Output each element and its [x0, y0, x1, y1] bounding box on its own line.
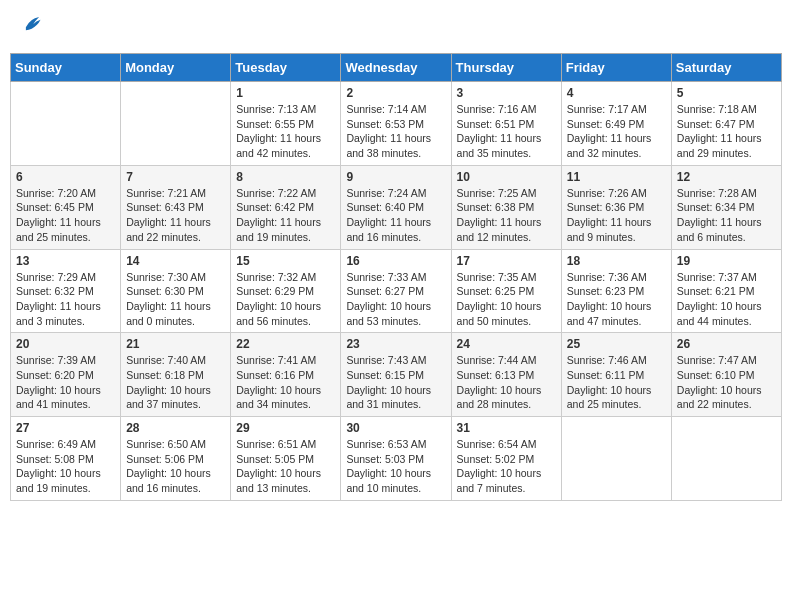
cell-info: Sunrise: 7:14 AMSunset: 6:53 PMDaylight:… — [346, 102, 445, 161]
calendar-cell: 19Sunrise: 7:37 AMSunset: 6:21 PMDayligh… — [671, 249, 781, 333]
calendar-cell: 27Sunrise: 6:49 AMSunset: 5:08 PMDayligh… — [11, 417, 121, 501]
calendar-cell — [121, 82, 231, 166]
cell-info: Sunrise: 7:18 AMSunset: 6:47 PMDaylight:… — [677, 102, 776, 161]
day-number: 1 — [236, 86, 335, 100]
cell-info: Sunrise: 6:51 AMSunset: 5:05 PMDaylight:… — [236, 437, 335, 496]
calendar-cell: 17Sunrise: 7:35 AMSunset: 6:25 PMDayligh… — [451, 249, 561, 333]
calendar-week-row: 6Sunrise: 7:20 AMSunset: 6:45 PMDaylight… — [11, 165, 782, 249]
day-number: 31 — [457, 421, 556, 435]
calendar-cell: 12Sunrise: 7:28 AMSunset: 6:34 PMDayligh… — [671, 165, 781, 249]
day-number: 30 — [346, 421, 445, 435]
calendar-cell: 5Sunrise: 7:18 AMSunset: 6:47 PMDaylight… — [671, 82, 781, 166]
logo — [18, 14, 42, 41]
calendar-week-row: 20Sunrise: 7:39 AMSunset: 6:20 PMDayligh… — [11, 333, 782, 417]
cell-info: Sunrise: 7:33 AMSunset: 6:27 PMDaylight:… — [346, 270, 445, 329]
cell-info: Sunrise: 7:37 AMSunset: 6:21 PMDaylight:… — [677, 270, 776, 329]
calendar-cell: 24Sunrise: 7:44 AMSunset: 6:13 PMDayligh… — [451, 333, 561, 417]
day-number: 22 — [236, 337, 335, 351]
day-number: 8 — [236, 170, 335, 184]
day-number: 3 — [457, 86, 556, 100]
calendar-cell: 6Sunrise: 7:20 AMSunset: 6:45 PMDaylight… — [11, 165, 121, 249]
weekday-header: Monday — [121, 54, 231, 82]
day-number: 16 — [346, 254, 445, 268]
calendar-cell: 3Sunrise: 7:16 AMSunset: 6:51 PMDaylight… — [451, 82, 561, 166]
cell-info: Sunrise: 7:25 AMSunset: 6:38 PMDaylight:… — [457, 186, 556, 245]
calendar-cell: 13Sunrise: 7:29 AMSunset: 6:32 PMDayligh… — [11, 249, 121, 333]
cell-info: Sunrise: 7:41 AMSunset: 6:16 PMDaylight:… — [236, 353, 335, 412]
calendar-week-row: 13Sunrise: 7:29 AMSunset: 6:32 PMDayligh… — [11, 249, 782, 333]
day-number: 26 — [677, 337, 776, 351]
cell-info: Sunrise: 7:43 AMSunset: 6:15 PMDaylight:… — [346, 353, 445, 412]
cell-info: Sunrise: 7:26 AMSunset: 6:36 PMDaylight:… — [567, 186, 666, 245]
day-number: 12 — [677, 170, 776, 184]
day-number: 17 — [457, 254, 556, 268]
page-header — [10, 10, 782, 45]
calendar-cell: 9Sunrise: 7:24 AMSunset: 6:40 PMDaylight… — [341, 165, 451, 249]
day-number: 11 — [567, 170, 666, 184]
cell-info: Sunrise: 7:20 AMSunset: 6:45 PMDaylight:… — [16, 186, 115, 245]
cell-info: Sunrise: 7:39 AMSunset: 6:20 PMDaylight:… — [16, 353, 115, 412]
calendar-week-row: 1Sunrise: 7:13 AMSunset: 6:55 PMDaylight… — [11, 82, 782, 166]
cell-info: Sunrise: 6:54 AMSunset: 5:02 PMDaylight:… — [457, 437, 556, 496]
calendar-cell: 15Sunrise: 7:32 AMSunset: 6:29 PMDayligh… — [231, 249, 341, 333]
day-number: 10 — [457, 170, 556, 184]
day-number: 6 — [16, 170, 115, 184]
cell-info: Sunrise: 7:16 AMSunset: 6:51 PMDaylight:… — [457, 102, 556, 161]
calendar-cell: 7Sunrise: 7:21 AMSunset: 6:43 PMDaylight… — [121, 165, 231, 249]
calendar-cell: 29Sunrise: 6:51 AMSunset: 5:05 PMDayligh… — [231, 417, 341, 501]
cell-info: Sunrise: 7:32 AMSunset: 6:29 PMDaylight:… — [236, 270, 335, 329]
calendar-cell: 11Sunrise: 7:26 AMSunset: 6:36 PMDayligh… — [561, 165, 671, 249]
cell-info: Sunrise: 7:40 AMSunset: 6:18 PMDaylight:… — [126, 353, 225, 412]
day-number: 2 — [346, 86, 445, 100]
calendar-cell: 10Sunrise: 7:25 AMSunset: 6:38 PMDayligh… — [451, 165, 561, 249]
cell-info: Sunrise: 7:29 AMSunset: 6:32 PMDaylight:… — [16, 270, 115, 329]
weekday-header: Thursday — [451, 54, 561, 82]
weekday-header: Sunday — [11, 54, 121, 82]
day-number: 19 — [677, 254, 776, 268]
day-number: 28 — [126, 421, 225, 435]
calendar-cell: 22Sunrise: 7:41 AMSunset: 6:16 PMDayligh… — [231, 333, 341, 417]
cell-info: Sunrise: 7:46 AMSunset: 6:11 PMDaylight:… — [567, 353, 666, 412]
day-number: 5 — [677, 86, 776, 100]
cell-info: Sunrise: 7:30 AMSunset: 6:30 PMDaylight:… — [126, 270, 225, 329]
weekday-header: Wednesday — [341, 54, 451, 82]
calendar-cell: 1Sunrise: 7:13 AMSunset: 6:55 PMDaylight… — [231, 82, 341, 166]
calendar-cell: 25Sunrise: 7:46 AMSunset: 6:11 PMDayligh… — [561, 333, 671, 417]
weekday-header: Friday — [561, 54, 671, 82]
calendar-cell — [11, 82, 121, 166]
cell-info: Sunrise: 7:36 AMSunset: 6:23 PMDaylight:… — [567, 270, 666, 329]
day-number: 14 — [126, 254, 225, 268]
cell-info: Sunrise: 7:22 AMSunset: 6:42 PMDaylight:… — [236, 186, 335, 245]
calendar-cell: 4Sunrise: 7:17 AMSunset: 6:49 PMDaylight… — [561, 82, 671, 166]
day-number: 21 — [126, 337, 225, 351]
calendar-cell: 21Sunrise: 7:40 AMSunset: 6:18 PMDayligh… — [121, 333, 231, 417]
cell-info: Sunrise: 6:50 AMSunset: 5:06 PMDaylight:… — [126, 437, 225, 496]
calendar-cell — [561, 417, 671, 501]
calendar-cell: 26Sunrise: 7:47 AMSunset: 6:10 PMDayligh… — [671, 333, 781, 417]
day-number: 13 — [16, 254, 115, 268]
day-number: 25 — [567, 337, 666, 351]
calendar-cell: 31Sunrise: 6:54 AMSunset: 5:02 PMDayligh… — [451, 417, 561, 501]
calendar-cell: 14Sunrise: 7:30 AMSunset: 6:30 PMDayligh… — [121, 249, 231, 333]
cell-info: Sunrise: 7:35 AMSunset: 6:25 PMDaylight:… — [457, 270, 556, 329]
day-number: 9 — [346, 170, 445, 184]
day-number: 18 — [567, 254, 666, 268]
calendar-cell: 2Sunrise: 7:14 AMSunset: 6:53 PMDaylight… — [341, 82, 451, 166]
calendar-table: SundayMondayTuesdayWednesdayThursdayFrid… — [10, 53, 782, 501]
calendar-cell: 20Sunrise: 7:39 AMSunset: 6:20 PMDayligh… — [11, 333, 121, 417]
calendar-cell: 8Sunrise: 7:22 AMSunset: 6:42 PMDaylight… — [231, 165, 341, 249]
calendar-cell: 28Sunrise: 6:50 AMSunset: 5:06 PMDayligh… — [121, 417, 231, 501]
cell-info: Sunrise: 6:53 AMSunset: 5:03 PMDaylight:… — [346, 437, 445, 496]
logo-bird-icon — [20, 14, 42, 36]
calendar-cell: 30Sunrise: 6:53 AMSunset: 5:03 PMDayligh… — [341, 417, 451, 501]
cell-info: Sunrise: 7:21 AMSunset: 6:43 PMDaylight:… — [126, 186, 225, 245]
cell-info: Sunrise: 7:47 AMSunset: 6:10 PMDaylight:… — [677, 353, 776, 412]
calendar-cell: 18Sunrise: 7:36 AMSunset: 6:23 PMDayligh… — [561, 249, 671, 333]
calendar-cell: 23Sunrise: 7:43 AMSunset: 6:15 PMDayligh… — [341, 333, 451, 417]
cell-info: Sunrise: 7:28 AMSunset: 6:34 PMDaylight:… — [677, 186, 776, 245]
cell-info: Sunrise: 7:17 AMSunset: 6:49 PMDaylight:… — [567, 102, 666, 161]
calendar-cell: 16Sunrise: 7:33 AMSunset: 6:27 PMDayligh… — [341, 249, 451, 333]
weekday-header: Saturday — [671, 54, 781, 82]
calendar-cell — [671, 417, 781, 501]
cell-info: Sunrise: 7:24 AMSunset: 6:40 PMDaylight:… — [346, 186, 445, 245]
